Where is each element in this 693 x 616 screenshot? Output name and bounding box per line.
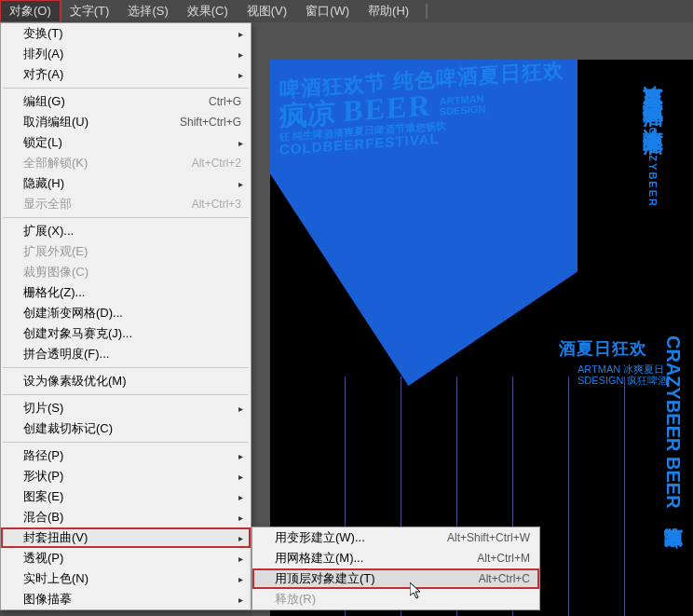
menu-item-label: 创建裁切标记(C): [23, 420, 241, 437]
menu-item-12: 扩展外观(E): [1, 241, 251, 262]
cursor-icon: [410, 582, 425, 603]
menu-item-17[interactable]: 拼合透明度(F)...: [1, 344, 251, 364]
submenu-item-label: 用顶层对象建立(T): [275, 570, 479, 587]
menu-item-label: 实时上色(N): [23, 570, 241, 587]
submenu-arrow-icon: ▸: [238, 70, 243, 80]
menu-separator: [3, 442, 249, 443]
menu-item-16[interactable]: 创建对象马赛克(J)...: [1, 323, 251, 344]
menu-item-label: 扩展(X)...: [23, 223, 241, 240]
menu-item-19[interactable]: 设为像素级优化(M): [1, 371, 251, 391]
menu-item-28[interactable]: 封套扭曲(V)▸: [1, 527, 251, 548]
submenu-arrow-icon: ▸: [238, 404, 243, 414]
menu-item-0[interactable]: 变换(T)▸: [1, 23, 251, 44]
menu-item-label: 创建对象马赛克(J)...: [23, 325, 241, 342]
menu-item-label: 栅格化(Z)...: [23, 284, 241, 301]
menu-item-31[interactable]: 图像描摹▸: [1, 589, 251, 609]
menu-item-label: 隐藏(H): [23, 175, 241, 192]
menu-item-shortcut: Shift+Ctrl+G: [180, 116, 241, 129]
menubar: 对象(O) 文字(T) 选择(S) 效果(C) 视图(V) 窗口(W) 帮助(H…: [0, 0, 693, 22]
submenu-item-shortcut: Alt+Ctrl+C: [479, 572, 530, 585]
submenu-item-shortcut: Alt+Shift+Ctrl+W: [447, 531, 530, 544]
menu-item-label: 切片(S): [23, 400, 241, 417]
menu-item-7: 全部解锁(K)Alt+Ctrl+2: [1, 153, 251, 173]
menu-item-label: 拼合透明度(F)...: [23, 346, 241, 363]
submenu-arrow-icon: ▸: [238, 554, 243, 564]
menu-item-14[interactable]: 栅格化(Z)...: [1, 282, 251, 303]
menu-item-label: 对齐(A): [23, 66, 241, 83]
submenu-item-label: 用变形建立(W)...: [275, 529, 447, 546]
menu-item-shortcut: Alt+Ctrl+3: [192, 198, 241, 211]
menu-item-label: 形状(P): [23, 468, 241, 485]
menu-item-label: 显示全部: [23, 196, 192, 212]
submenu-item-label: 用网格建立(M)...: [275, 550, 477, 567]
menu-item-label: 变换(T): [23, 25, 241, 42]
menu-item-15[interactable]: 创建渐变网格(D)...: [1, 303, 251, 323]
menu-item-label: 取消编组(U): [23, 114, 180, 130]
toolbar-divider: [426, 4, 428, 19]
submenu-item-1[interactable]: 用网格建立(M)...Alt+Ctrl+M: [252, 548, 539, 568]
menu-item-label: 锁定(L): [23, 134, 241, 151]
menu-item-27[interactable]: 混合(B)▸: [1, 507, 251, 527]
menu-item-shortcut: Ctrl+G: [209, 95, 241, 108]
menu-item-13: 裁剪图像(C): [1, 262, 251, 282]
menu-object[interactable]: 对象(O): [0, 0, 61, 22]
envelope-submenu: 用变形建立(W)...Alt+Shift+Ctrl+W用网格建立(M)...Al…: [251, 527, 540, 610]
submenu-arrow-icon: ▸: [238, 29, 243, 39]
menu-item-6[interactable]: 锁定(L)▸: [1, 132, 251, 153]
submenu-arrow-icon: ▸: [238, 574, 243, 584]
submenu-item-3: 释放(R): [252, 589, 539, 609]
menu-item-21[interactable]: 切片(S)▸: [1, 398, 251, 418]
menu-help[interactable]: 帮助(H): [359, 0, 418, 22]
menu-effect[interactable]: 效果(C): [178, 0, 238, 22]
menu-item-25[interactable]: 形状(P)▸: [1, 466, 251, 486]
submenu-arrow-icon: ▸: [238, 472, 243, 482]
submenu-item-shortcut: Alt+Ctrl+M: [477, 552, 530, 565]
menu-separator: [3, 217, 249, 218]
menu-type[interactable]: 文字(T): [61, 0, 119, 22]
artwork-vertical: 冰爽夏日 疯狂啤酒 邀您喝 冰爽啤酒 CRAZYBEER: [525, 69, 665, 208]
submenu-arrow-icon: ▸: [238, 533, 243, 543]
submenu-item-0[interactable]: 用变形建立(W)...Alt+Shift+Ctrl+W: [252, 527, 539, 548]
submenu-arrow-icon: ▸: [238, 513, 243, 523]
menu-select[interactable]: 选择(S): [118, 0, 177, 22]
submenu-item-2[interactable]: 用顶层对象建立(T)Alt+Ctrl+C: [252, 568, 539, 589]
submenu-arrow-icon: ▸: [238, 138, 243, 148]
menu-item-label: 路径(P): [23, 447, 241, 464]
menu-item-30[interactable]: 实时上色(N)▸: [1, 568, 251, 589]
menu-window[interactable]: 窗口(W): [296, 0, 359, 22]
menu-item-2[interactable]: 对齐(A)▸: [1, 64, 251, 85]
menu-item-label: 全部解锁(K): [23, 155, 192, 171]
menu-item-label: 混合(B): [23, 509, 241, 526]
menu-separator: [3, 367, 249, 368]
menu-item-9: 显示全部Alt+Ctrl+3: [1, 194, 251, 214]
submenu-arrow-icon: ▸: [238, 451, 243, 461]
submenu-item-label: 释放(R): [275, 591, 530, 608]
menu-view[interactable]: 视图(V): [238, 0, 296, 22]
menu-item-label: 封套扭曲(V): [23, 529, 241, 546]
menu-item-label: 图案(E): [23, 488, 241, 505]
menu-item-1[interactable]: 排列(A)▸: [1, 44, 251, 64]
menu-item-24[interactable]: 路径(P)▸: [1, 445, 251, 466]
menu-item-label: 透视(P): [23, 550, 241, 567]
menu-separator: [3, 88, 249, 89]
menu-separator: [3, 394, 249, 395]
submenu-arrow-icon: ▸: [238, 595, 243, 605]
menu-item-label: 图像描摹: [23, 591, 241, 608]
menu-item-26[interactable]: 图案(E)▸: [1, 486, 251, 507]
menu-item-label: 排列(A): [23, 46, 241, 62]
menu-item-shortcut: Alt+Ctrl+2: [192, 157, 241, 170]
menu-item-5[interactable]: 取消编组(U)Shift+Ctrl+G: [1, 112, 251, 132]
menu-item-4[interactable]: 编组(G)Ctrl+G: [1, 91, 251, 112]
menu-item-8[interactable]: 隐藏(H)▸: [1, 173, 251, 194]
submenu-arrow-icon: ▸: [238, 492, 243, 502]
menu-item-22[interactable]: 创建裁切标记(C): [1, 418, 251, 439]
submenu-arrow-icon: ▸: [238, 179, 243, 189]
menu-item-11[interactable]: 扩展(X)...: [1, 221, 251, 241]
menu-item-label: 设为像素级优化(M): [23, 373, 241, 390]
object-dropdown: 变换(T)▸排列(A)▸对齐(A)▸编组(G)Ctrl+G取消编组(U)Shif…: [0, 22, 251, 610]
menu-item-label: 编组(G): [23, 93, 209, 110]
menu-item-label: 裁剪图像(C): [23, 264, 241, 281]
menu-item-label: 扩展外观(E): [23, 243, 241, 260]
submenu-arrow-icon: ▸: [238, 49, 243, 60]
menu-item-29[interactable]: 透视(P)▸: [1, 548, 251, 568]
